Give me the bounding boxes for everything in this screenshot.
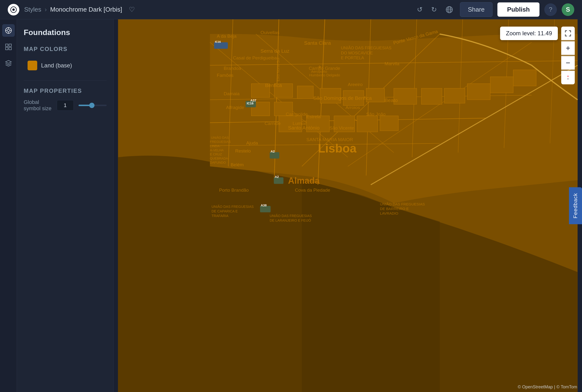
svg-text:Humberto Delgado: Humberto Delgado bbox=[309, 73, 340, 77]
svg-text:✈: ✈ bbox=[318, 64, 322, 70]
svg-text:Areeiro: Areeiro bbox=[348, 82, 362, 87]
svg-rect-48 bbox=[380, 116, 398, 131]
svg-text:Lisboa: Lisboa bbox=[318, 142, 356, 155]
svg-text:São João: São João bbox=[366, 112, 386, 117]
svg-rect-14 bbox=[9, 44, 11, 46]
breadcrumb-current: Monochrome Dark [Orbis] bbox=[50, 6, 122, 13]
svg-text:Famões: Famões bbox=[217, 73, 234, 78]
svg-text:UNIÃO DAS: UNIÃO DAS bbox=[211, 136, 229, 140]
publish-button[interactable]: Publish bbox=[498, 2, 540, 17]
svg-text:Brandoa: Brandoa bbox=[224, 66, 241, 71]
svg-rect-38 bbox=[297, 86, 314, 98]
fullscreen-button[interactable] bbox=[561, 26, 575, 40]
svg-text:Santa Clara: Santa Clara bbox=[304, 40, 331, 46]
svg-rect-52 bbox=[467, 84, 490, 100]
svg-rect-50 bbox=[421, 88, 442, 104]
svg-text:UNIÃO DAS FREGUESIAS: UNIÃO DAS FREGUESIAS bbox=[212, 205, 254, 208]
svg-text:Serra da Luz: Serra da Luz bbox=[260, 48, 290, 54]
map-ctrl-sep-1 bbox=[561, 40, 575, 41]
avatar-button[interactable]: S bbox=[562, 4, 574, 16]
target-icon-button[interactable] bbox=[2, 24, 15, 37]
map-ctrl-sep-3 bbox=[561, 70, 575, 70]
svg-text:Cova da Piedade: Cova da Piedade bbox=[295, 188, 330, 192]
reset-north-button[interactable] bbox=[561, 71, 575, 84]
map-properties-section-title: Map Properties bbox=[24, 88, 106, 94]
svg-text:IC16: IC16 bbox=[215, 40, 221, 43]
svg-text:Ouivellas: Ouivellas bbox=[260, 30, 280, 35]
help-button[interactable]: ? bbox=[544, 4, 557, 16]
svg-text:DE LARANJEIRO E FEIJÓ: DE LARANJEIRO E FEIJÓ bbox=[270, 218, 311, 222]
zoom-in-button[interactable]: + bbox=[561, 41, 575, 55]
svg-text:A2: A2 bbox=[271, 150, 275, 153]
svg-rect-51 bbox=[444, 88, 465, 103]
symbol-size-slider-thumb[interactable] bbox=[89, 103, 94, 108]
undo-button[interactable]: ↺ bbox=[415, 4, 424, 16]
svg-text:Belém: Belém bbox=[230, 162, 244, 167]
topbar: Styles › Monochrome Dark [Orbis] ♡ ↺ ↻ S… bbox=[0, 0, 582, 19]
svg-text:Eixo Norte-Sul: Eixo Norte-Sul bbox=[276, 58, 280, 82]
symbol-size-input[interactable]: 1 bbox=[57, 100, 74, 111]
svg-text:LINDA-: LINDA- bbox=[210, 144, 221, 148]
svg-text:SANTA MARIA MAIOR: SANTA MARIA MAIOR bbox=[306, 137, 353, 142]
svg-text:A-VELHA: A-VELHA bbox=[210, 148, 224, 152]
symbol-size-slider-fill bbox=[78, 105, 90, 106]
svg-text:QUEBRADA-: QUEBRADA- bbox=[210, 156, 229, 160]
svg-text:Carnide: Carnide bbox=[265, 121, 281, 126]
svg-marker-120 bbox=[567, 75, 569, 77]
symbol-size-slider-track[interactable] bbox=[78, 105, 107, 106]
share-button[interactable]: Share bbox=[460, 2, 492, 17]
symbol-size-label: Global symbol size bbox=[24, 99, 52, 112]
svg-rect-13 bbox=[6, 44, 8, 46]
land-base-color-label: Land (base) bbox=[41, 62, 72, 69]
breadcrumb: Styles › Monochrome Dark [Orbis] bbox=[24, 6, 122, 13]
svg-text:Alfragide: Alfragide bbox=[226, 105, 244, 110]
svg-text:E PORTELA: E PORTELA bbox=[341, 56, 364, 60]
svg-text:E CRUZ: E CRUZ bbox=[210, 152, 222, 156]
land-base-color-swatch[interactable] bbox=[28, 61, 37, 70]
svg-text:Lumiar: Lumiar bbox=[293, 121, 307, 126]
svg-text:UNIÃO DAS FREGUESIAS: UNIÃO DAS FREGUESIAS bbox=[270, 214, 312, 218]
svg-marker-17 bbox=[6, 60, 11, 63]
grid-icon-button[interactable] bbox=[2, 40, 15, 53]
svg-text:UNIÃO DAS FREGUESIAS: UNIÃO DAS FREGUESIAS bbox=[341, 46, 391, 50]
panel-title: Foundations bbox=[24, 28, 106, 37]
svg-text:DE CAPARICA E: DE CAPARICA E bbox=[212, 209, 238, 213]
layers-icon-button[interactable] bbox=[2, 57, 15, 70]
globe-button[interactable] bbox=[444, 4, 455, 16]
svg-rect-53 bbox=[490, 77, 513, 93]
redo-button[interactable]: ↻ bbox=[429, 4, 439, 16]
svg-text:FREGUESIAS: FREGUESIAS bbox=[210, 140, 231, 144]
topbar-actions: ↺ ↻ Share Publish ? S bbox=[415, 2, 574, 17]
svg-text:TRAFARIA: TRAFARIA bbox=[212, 214, 228, 218]
svg-text:Estrela: Estrela bbox=[306, 114, 321, 119]
svg-text:Benfica: Benfica bbox=[265, 82, 282, 88]
svg-marker-121 bbox=[567, 78, 569, 80]
favorite-icon[interactable]: ♡ bbox=[129, 6, 135, 14]
zoom-out-button[interactable]: − bbox=[561, 56, 575, 70]
map-area[interactable]: Lisboa Almada Santa Clara Serra da Luz C… bbox=[114, 19, 582, 392]
svg-text:Porto Brandão: Porto Brandão bbox=[219, 188, 249, 192]
map-copyright: © OpenStreetMap | © TomTom bbox=[518, 384, 577, 390]
breadcrumb-styles[interactable]: Styles bbox=[24, 6, 41, 13]
breadcrumb-separator: › bbox=[45, 6, 47, 13]
svg-rect-16 bbox=[9, 47, 11, 50]
svg-text:Marvila: Marvila bbox=[384, 61, 400, 66]
svg-text:LAVRADIO: LAVRADIO bbox=[380, 211, 398, 215]
svg-text:Almada: Almada bbox=[288, 176, 320, 186]
svg-text:Beato: Beato bbox=[384, 98, 398, 103]
feedback-tab[interactable]: Feedback bbox=[569, 187, 582, 224]
land-base-color-item[interactable]: Land (base) bbox=[24, 57, 106, 74]
section-divider bbox=[24, 80, 106, 81]
map-canvas: Lisboa Almada Santa Clara Serra da Luz C… bbox=[114, 19, 582, 392]
panel-sidebar: Foundations Map Colors Land (base) Map P… bbox=[17, 19, 114, 392]
svg-text:São Vicente: São Vicente bbox=[330, 126, 354, 130]
svg-text:Campolide: Campolide bbox=[286, 112, 308, 117]
app-logo bbox=[8, 4, 19, 16]
svg-text:Damaia: Damaia bbox=[224, 91, 240, 96]
svg-text:Arroios: Arroios bbox=[346, 105, 360, 110]
svg-text:A37: A37 bbox=[250, 98, 256, 102]
map-controls: + − bbox=[561, 26, 575, 84]
svg-text:A38: A38 bbox=[261, 204, 266, 207]
svg-text:A da Beja: A da Beja bbox=[217, 34, 236, 39]
svg-point-1 bbox=[12, 8, 15, 11]
